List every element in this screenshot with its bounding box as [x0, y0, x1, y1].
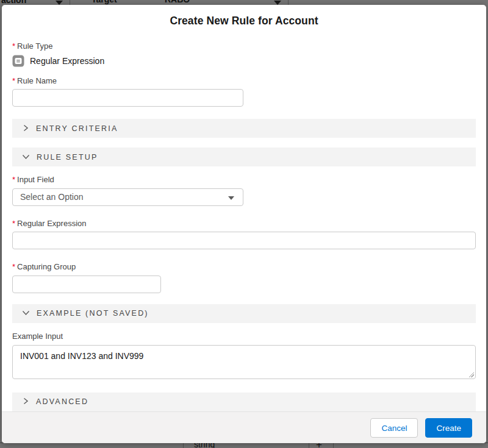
required-asterisk: *	[12, 76, 15, 86]
dropdown-arrow-icon	[228, 196, 234, 200]
required-asterisk: *	[12, 262, 15, 272]
regular-expression-label: * Regular Expression	[12, 219, 476, 229]
resize-handle-icon[interactable]	[468, 372, 474, 377]
cancel-button[interactable]: Cancel	[370, 418, 418, 438]
create-rule-modal: Create New Rule for Account * Rule Type …	[2, 5, 486, 443]
required-asterisk: *	[12, 41, 15, 51]
rule-type-value: Regular Expression	[12, 55, 476, 67]
required-asterisk: *	[12, 219, 15, 229]
rule-name-label: * Rule Name	[12, 76, 476, 86]
capturing-group-label: * Capturing Group	[12, 262, 476, 272]
section-example-not-saved[interactable]: EXAMPLE (NOT SAVED)	[12, 304, 476, 323]
example-input-wrap: INV001 and INV123 and INV999	[12, 345, 476, 379]
required-asterisk: *	[12, 175, 15, 185]
example-input-textarea[interactable]: INV001 and INV123 and INV999	[12, 345, 476, 379]
text-snippet-icon	[12, 55, 24, 67]
select-placeholder: Select an Option	[20, 192, 84, 202]
chevron-down-icon	[22, 152, 30, 163]
modal-title: Create New Rule for Account	[170, 15, 318, 27]
create-button[interactable]: Create	[425, 418, 472, 438]
example-input-label: Example Input	[12, 332, 476, 341]
capturing-group-input[interactable]	[12, 276, 161, 293]
input-field-label: * Input Field	[12, 175, 476, 185]
input-field-select[interactable]: Select an Option	[12, 188, 243, 206]
modal-header: Create New Rule for Account	[2, 5, 486, 37]
modal-footer: Cancel Create	[2, 411, 486, 443]
section-advanced[interactable]: ADVANCED	[12, 393, 476, 411]
regular-expression-input[interactable]	[12, 232, 476, 249]
rule-type-label: * Rule Type	[12, 41, 476, 51]
modal-body: * Rule Type Regular Expression * Rule Na…	[2, 37, 486, 411]
rule-name-input[interactable]	[12, 89, 243, 107]
section-entry-criteria[interactable]: ENTRY CRITERIA	[12, 119, 476, 138]
section-rule-setup[interactable]: RULE SETUP	[12, 148, 476, 166]
rule-type-text: Regular Expression	[30, 56, 104, 66]
chevron-down-icon	[22, 308, 30, 319]
chevron-right-icon	[22, 123, 29, 134]
chevron-right-icon	[22, 396, 29, 407]
